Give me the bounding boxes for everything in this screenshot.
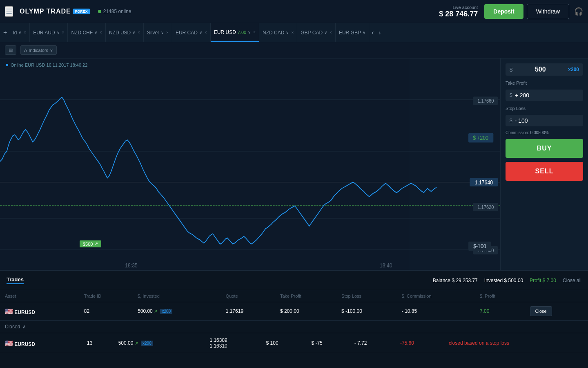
stop-loss-row[interactable]: $ - 100 (506, 115, 583, 126)
closed-asset-name: EURUSD (14, 341, 35, 347)
col-stop-loss: Stop Loss (336, 290, 397, 302)
closed-quote-cell: 1.16389 1.16310 (205, 333, 261, 353)
main-content: Online EUR USD 16.11.2017 18:40:22 (0, 58, 588, 270)
online-count: 21485 online (98, 9, 131, 14)
chart-area[interactable]: Online EUR USD 16.11.2017 18:40:22 (0, 58, 500, 270)
close-all-button[interactable]: Close all (563, 278, 581, 283)
withdraw-button[interactable]: Withdraw (527, 4, 569, 19)
closed-stop-loss-cell: $ -75 (306, 333, 349, 353)
tab-gbp-cad[interactable]: GBP CAD ∨ × (297, 23, 336, 42)
tab-prev-button[interactable]: ‹ (369, 29, 376, 36)
closed-label: Closed (5, 324, 20, 330)
col-trade-id: Trade ID (79, 290, 133, 302)
closed-asset-flag: 🇺🇸 (5, 340, 13, 347)
balance-info: Balance $ 29 253.77 (433, 278, 478, 283)
tab-eur-gbp[interactable]: EUR GBP ∨ (336, 23, 369, 42)
bottom-panel: Trades Balance $ 29 253.77 Invested $ 50… (0, 270, 588, 368)
stop-loss-cell: $ -100.00 (336, 302, 397, 321)
tab-nzd-chf[interactable]: NZD CHF ∨ × (68, 23, 106, 42)
toolbar: ▤ Λ Indicators ∨ (0, 42, 588, 58)
price-chart: 1.17660 1.17640 1.17620 1.17600 $ +200 $… (0, 58, 500, 270)
tab-next-button[interactable]: › (376, 29, 383, 36)
commission-text: Commission: 0.00800% (506, 130, 583, 135)
trades-meta: Balance $ 29 253.77 Invested $ 500.00 Pr… (433, 278, 581, 283)
closed-trades-body: 🇺🇸 EURUSD 13 500.00 ↗ x200 1.16389 1.163… (0, 333, 588, 353)
closed-multiplier-badge: x200 (141, 341, 153, 346)
tab-eur-cad[interactable]: EUR CAD ∨ × (172, 23, 211, 42)
col-commission: $, Commission (397, 290, 475, 302)
col-invested: $, Invested (133, 290, 221, 302)
svg-text:1.17640: 1.17640 (475, 179, 493, 186)
tab-eur-usd[interactable]: EUR USD 7.00 ∨ × (211, 23, 259, 42)
chart-online-dot (6, 64, 8, 66)
action-cell[interactable]: Close (525, 302, 588, 321)
table-row: 🇺🇸 EURUSD 82 500.00 ↗ x200 1.17619 $ 200… (0, 302, 588, 321)
trades-header: Trades Balance $ 29 253.77 Invested $ 50… (0, 271, 588, 290)
closed-section-header[interactable]: Closed ∧ (0, 321, 588, 333)
svg-text:$ +200: $ +200 (473, 135, 488, 141)
account-info: Live account $ 28 746.77 (439, 5, 478, 18)
trades-table: Asset Trade ID $, Invested Quote Take Pr… (0, 290, 588, 321)
take-profit-label: Take Profit (506, 81, 583, 85)
closed-commission-cell: - 7.72 (350, 333, 395, 353)
trades-tab[interactable]: Trades (7, 276, 24, 284)
col-asset: Asset (0, 290, 79, 302)
col-take-profit: Take Profit (275, 290, 336, 302)
tab-nzd-usd[interactable]: NZD USD ∨ × (106, 23, 144, 42)
chart-icon: ▤ (9, 47, 13, 53)
chart-type-button[interactable]: ▤ (5, 45, 16, 55)
take-profit-row[interactable]: $ + 200 (506, 90, 583, 101)
trades-table-wrap: Asset Trade ID $, Invested Quote Take Pr… (0, 290, 588, 368)
open-trades-body: 🇺🇸 EURUSD 82 500.00 ↗ x200 1.17619 $ 200… (0, 302, 588, 321)
profit-cell: 7.00 (475, 302, 525, 321)
table-header-row: Asset Trade ID $, Invested Quote Take Pr… (0, 290, 588, 302)
tab-nzd-cad[interactable]: NZD CAD ∨ × (259, 23, 297, 42)
trade-marker: $500 ↗ (80, 240, 101, 247)
support-icon[interactable]: 🎧 (574, 7, 583, 16)
invested-info: Invested $ 500.00 (484, 278, 523, 283)
quote-cell: 1.17619 (221, 302, 275, 321)
profit-info: Profit $ 7.00 (530, 278, 556, 283)
chart-container: Online EUR USD 16.11.2017 18:40:22 (0, 58, 500, 270)
menu-button[interactable]: ☰ (5, 6, 13, 17)
tabs-bar: + Id ∨ × EUR AUD ∨ × NZD CHF ∨ × NZD USD… (0, 23, 588, 42)
commission-cell: - 10.85 (397, 302, 475, 321)
top-navigation: ☰ OLYMP TRADE FOREX 21485 online Live ac… (0, 0, 588, 23)
chart-label: Online EUR USD 16.11.2017 18:40:22 (6, 63, 87, 67)
tab-eur-aud[interactable]: EUR AUD ∨ × (30, 23, 68, 42)
logo-badge: FOREX (73, 9, 90, 14)
indicators-button[interactable]: Λ Indicators ∨ (20, 45, 57, 55)
sell-button[interactable]: SELL (506, 162, 583, 181)
deposit-button[interactable]: Deposit (484, 4, 523, 19)
svg-text:1.17660: 1.17660 (477, 98, 494, 104)
svg-text:$-100: $-100 (473, 243, 486, 249)
take-profit-value: + 200 (515, 92, 529, 99)
tab-id[interactable]: Id ∨ × (9, 23, 30, 42)
trade-arrow-icon: ↗ (94, 241, 98, 247)
investment-value: 500 (512, 66, 568, 73)
svg-text:18:40: 18:40 (380, 262, 392, 269)
add-tab-button[interactable]: + (3, 29, 7, 36)
closed-arrow-icon: ↗ (135, 341, 138, 346)
col-action (525, 290, 588, 302)
buy-button[interactable]: BUY (506, 139, 583, 158)
asset-cell: 🇺🇸 EURUSD (0, 302, 79, 321)
take-profit-dollar: $ (510, 92, 512, 98)
take-profit-cell: $ 200.00 (275, 302, 336, 321)
closed-trade-id: 13 (82, 333, 114, 353)
closed-take-profit-cell: $ 100 (261, 333, 307, 353)
indicators-dropdown-icon: ∨ (50, 47, 53, 53)
logo-text: OLYMP TRADE (20, 8, 71, 15)
svg-text:18:35: 18:35 (125, 262, 138, 269)
col-quote: Quote (221, 290, 275, 302)
tab-silver[interactable]: Silver ∨ × (144, 23, 172, 42)
table-row: 🇺🇸 EURUSD 13 500.00 ↗ x200 1.16389 1.163… (0, 333, 588, 353)
invested-cell: 500.00 ↗ x200 (133, 302, 221, 321)
close-trade-button[interactable]: Close (530, 306, 552, 316)
trading-panel: $ 500 x200 Take Profit $ + 200 Stop Loss… (500, 58, 588, 270)
trade-id-cell: 82 (79, 302, 133, 321)
asset-flag: 🇺🇸 (5, 308, 13, 315)
up-arrow-icon: ↗ (154, 309, 157, 314)
indicators-icon: Λ (24, 48, 27, 53)
investment-row[interactable]: $ 500 x200 (506, 63, 583, 76)
